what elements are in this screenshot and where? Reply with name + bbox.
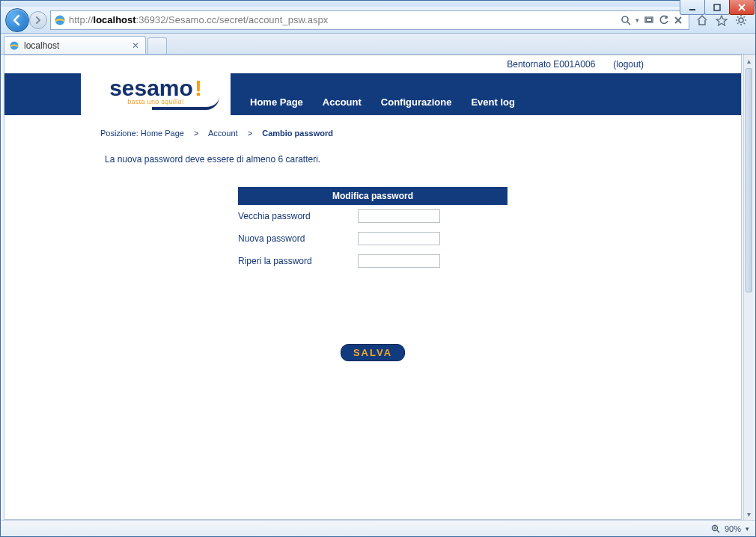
- window-titlebar[interactable]: [1, 1, 755, 7]
- welcome-text: Bentornato E001A006: [507, 59, 595, 70]
- zoom-level[interactable]: 90%: [725, 524, 741, 533]
- save-button[interactable]: SALVA: [341, 344, 405, 361]
- logout-link[interactable]: (logout): [613, 59, 644, 70]
- breadcrumb-current: Cambio password: [262, 129, 333, 138]
- tab-strip: localhost ✕: [1, 34, 755, 55]
- breadcrumb-home[interactable]: Home Page: [141, 129, 184, 138]
- address-bar-tools: ▾: [618, 15, 686, 25]
- welcome-bar: Bentornato E001A006 (logout): [4, 55, 741, 73]
- svg-line-17: [744, 22, 746, 24]
- nav-home[interactable]: Home Page: [250, 96, 303, 108]
- content-card: La nuova password deve essere di almeno …: [96, 147, 650, 498]
- browser-tab[interactable]: localhost ✕: [4, 36, 146, 54]
- url-prefix: http://: [69, 14, 94, 25]
- breadcrumb-sep: >: [240, 129, 260, 138]
- zoom-dropdown-icon[interactable]: ▾: [746, 525, 749, 533]
- address-bar-row: http://localhost:36932/Sesamo.cc/secret/…: [1, 7, 755, 34]
- search-dropdown-icon[interactable]: ▾: [635, 16, 639, 24]
- svg-line-18: [737, 22, 739, 24]
- browser-tools: [692, 13, 751, 27]
- svg-rect-8: [647, 18, 652, 21]
- svg-line-16: [737, 16, 739, 18]
- address-bar[interactable]: http://localhost:36932/Sesamo.cc/secret/…: [50, 10, 689, 30]
- home-icon[interactable]: [695, 13, 709, 27]
- nav-config[interactable]: Configurazione: [381, 96, 452, 108]
- new-password-input[interactable]: [358, 232, 440, 245]
- nav-eventlog[interactable]: Event log: [471, 96, 515, 108]
- tab-close-icon[interactable]: ✕: [130, 40, 141, 51]
- viewport: Bentornato E001A006 (logout) sesamo! bas…: [1, 55, 755, 520]
- scroll-thumb[interactable]: [746, 68, 752, 292]
- status-bar: 90% ▾: [1, 520, 755, 536]
- tools-gear-icon[interactable]: [734, 13, 748, 27]
- favorites-icon[interactable]: [715, 13, 728, 27]
- nav-back-button[interactable]: [5, 8, 29, 32]
- stop-icon[interactable]: [674, 16, 683, 25]
- svg-point-5: [622, 16, 628, 22]
- svg-point-11: [739, 18, 743, 22]
- repeat-password-label: Riperi la password: [238, 256, 358, 266]
- nav-forward-button[interactable]: [29, 11, 47, 29]
- svg-line-22: [717, 530, 719, 533]
- browser-window: http://localhost:36932/Sesamo.cc/secret/…: [0, 0, 756, 537]
- breadcrumb-account[interactable]: Account: [208, 129, 238, 138]
- site-logo[interactable]: sesamo! basta uno squillo!: [81, 73, 231, 115]
- svg-rect-1: [714, 4, 720, 10]
- site-header: sesamo! basta uno squillo! Home Page Acc…: [4, 73, 741, 115]
- url-text: http://localhost:36932/Sesamo.cc/secret/…: [69, 14, 615, 25]
- repeat-password-input[interactable]: [358, 254, 440, 268]
- scroll-up-icon[interactable]: ▴: [744, 55, 754, 67]
- ie-icon: [54, 14, 66, 26]
- main-nav: Home Page Account Configurazione Event l…: [231, 96, 515, 115]
- new-password-label: Nuova password: [238, 233, 358, 244]
- old-password-label: Vecchia password: [238, 211, 358, 221]
- svg-line-19: [744, 16, 746, 18]
- svg-line-6: [627, 22, 630, 25]
- breadcrumb-sep: >: [186, 129, 206, 138]
- scroll-down-icon[interactable]: ▾: [744, 508, 754, 520]
- password-form: Modifica password Vecchia password Nuova…: [238, 187, 507, 361]
- nav-account[interactable]: Account: [323, 96, 362, 108]
- ie-icon: [9, 40, 19, 51]
- window-minimize-button[interactable]: [680, 0, 705, 15]
- window-close-button[interactable]: [729, 0, 755, 15]
- new-tab-button[interactable]: [147, 37, 167, 54]
- zoom-icon[interactable]: [711, 524, 720, 533]
- info-message: La nuova password deve essere di almeno …: [105, 151, 641, 187]
- tab-title: localhost: [24, 40, 126, 51]
- breadcrumb-label: Posizione:: [100, 129, 138, 138]
- refresh-icon[interactable]: [659, 15, 669, 25]
- vertical-scrollbar[interactable]: ▴ ▾: [743, 55, 754, 520]
- url-host: localhost: [94, 14, 136, 25]
- compat-view-icon[interactable]: [644, 15, 654, 25]
- logo-swoosh-icon: [92, 105, 219, 111]
- form-title: Modifica password: [238, 187, 507, 205]
- url-suffix: :36932/Sesamo.cc/secret/account_psw.aspx: [136, 14, 329, 25]
- breadcrumb: Posizione: Home Page > Account > Cambio …: [96, 123, 650, 147]
- search-icon[interactable]: [621, 15, 631, 25]
- old-password-input[interactable]: [358, 209, 440, 223]
- window-maximize-button[interactable]: [704, 0, 730, 15]
- page-body: Bentornato E001A006 (logout) sesamo! bas…: [4, 55, 742, 520]
